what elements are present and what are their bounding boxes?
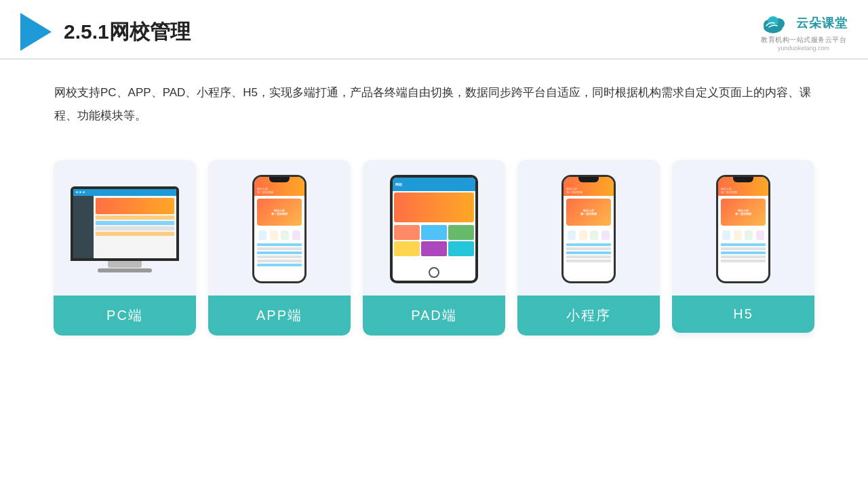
card-label-pad: PAD端	[363, 296, 505, 336]
header: 2.5.1网校管理 云朵课堂 教育机构一站式服务云平台 yunduoketang…	[0, 0, 868, 60]
phone-mockup-h5: 职达人的第一堂训营课 职达人的第一堂训营课	[716, 175, 770, 283]
cloud-icon	[760, 12, 792, 34]
logo-cloud: 云朵课堂	[760, 12, 848, 34]
title-main: 网校管理	[109, 20, 191, 43]
card-image-mini: 职达人的第一堂训营课 职达人的第一堂训营课	[517, 160, 660, 296]
header-left: 2.5.1网校管理	[20, 13, 191, 51]
card-h5: 职达人的第一堂训营课 职达人的第一堂训营课	[672, 160, 814, 336]
card-label-h5: H5	[672, 296, 814, 333]
logo-subtitle: 教育机构一站式服务云平台	[761, 35, 846, 45]
description-text: 网校支持PC、APP、PAD、小程序、H5，实现多端打通，产品各终端自由切换，数…	[0, 60, 868, 141]
card-image-pc	[54, 160, 196, 296]
phone-notch	[269, 177, 290, 182]
play-icon	[20, 13, 52, 51]
logo-domain: yunduoketang.com	[778, 45, 829, 52]
card-app: 职达人的第一堂训营课 职达人的第一堂训营课	[208, 160, 351, 336]
pc-monitor	[71, 186, 179, 261]
card-image-h5: 职达人的第一堂训营课 职达人的第一堂训营课	[672, 160, 814, 296]
phone-mockup-app: 职达人的第一堂训营课 职达人的第一堂训营课	[252, 175, 307, 283]
pc-screen	[73, 189, 176, 258]
pc-mockup	[71, 186, 179, 272]
card-label-app: APP端	[208, 296, 351, 336]
logo-area: 云朵课堂 教育机构一站式服务云平台 yunduoketang.com	[760, 12, 848, 52]
description-paragraph: 网校支持PC、APP、PAD、小程序、H5，实现多端打通，产品各终端自由切换，数…	[54, 81, 814, 127]
phone-notch-mini	[578, 177, 599, 182]
logo-text: 云朵课堂	[796, 15, 848, 31]
phone-screen-mini: 职达人的第一堂训营课 职达人的第一堂训营课	[564, 177, 614, 281]
phone-mockup-mini: 职达人的第一堂训营课 职达人的第一堂训营课	[561, 175, 616, 283]
phone-screen: 职达人的第一堂训营课 职达人的第一堂训营课	[254, 177, 304, 281]
card-image-pad: 网校	[363, 160, 505, 296]
card-label-mini: 小程序	[517, 296, 660, 336]
card-pc: PC端	[54, 160, 196, 336]
phone-notch-h5	[733, 177, 753, 182]
page-title: 2.5.1网校管理	[64, 18, 191, 46]
card-pad: 网校 PAD端	[363, 160, 505, 336]
card-mini: 职达人的第一堂训营课 职达人的第一堂训营课	[517, 160, 660, 336]
cards-container: PC端 职达人的第一堂训营课 职达人的第一堂训营课	[0, 148, 868, 336]
title-prefix: 2.5.1	[64, 20, 109, 43]
phone-screen-h5: 职达人的第一堂训营课 职达人的第一堂训营课	[718, 177, 768, 281]
pad-screen: 网校	[393, 178, 475, 281]
svg-point-3	[768, 16, 778, 26]
card-image-app: 职达人的第一堂训营课 职达人的第一堂训营课	[208, 160, 351, 296]
pad-mockup: 网校	[390, 175, 478, 283]
card-label-pc: PC端	[54, 296, 196, 336]
